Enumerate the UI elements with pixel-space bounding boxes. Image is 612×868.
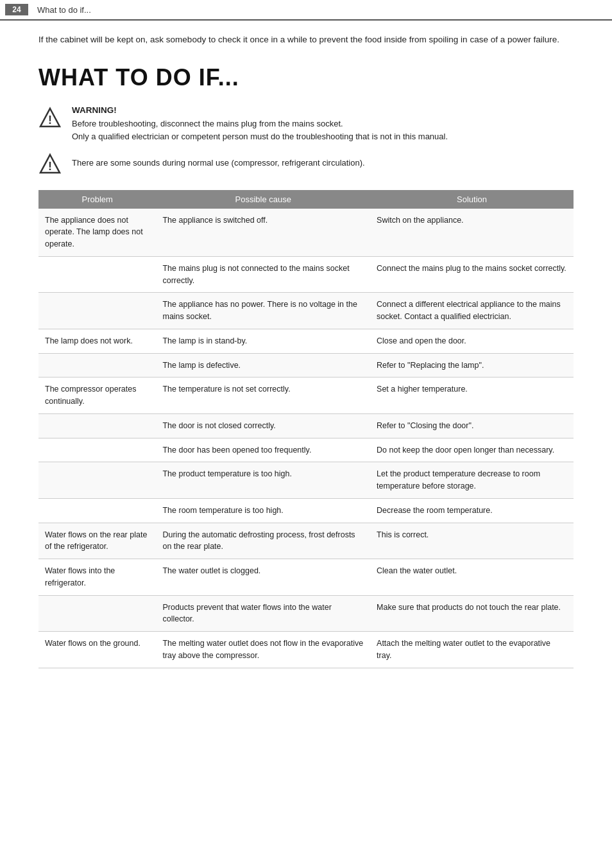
table-row: The door is not closed correctly.Refer t… xyxy=(38,413,574,438)
cell-problem: The lamp does not work. xyxy=(38,329,156,353)
page-number: 24 xyxy=(5,4,28,15)
cell-cause: The temperature is not set correctly. xyxy=(156,378,370,414)
cell-cause: The room temperature is too high. xyxy=(156,498,370,523)
cell-problem: The compressor operates continually. xyxy=(38,378,156,414)
col-header-problem: Problem xyxy=(38,190,156,209)
cell-solution: Close and open the door. xyxy=(370,329,574,353)
cell-solution: Make sure that products do not touch the… xyxy=(370,595,574,632)
table-row: Water flows on the ground.The melting wa… xyxy=(38,632,574,668)
cell-cause: During the automatic defrosting process,… xyxy=(156,523,370,559)
note-block: ! There are some sounds during normal us… xyxy=(38,153,574,176)
cell-problem xyxy=(38,413,156,438)
table-row: The lamp does not work.The lamp is in st… xyxy=(38,329,574,353)
cell-problem xyxy=(38,438,156,462)
cell-solution: Decrease the room temperature. xyxy=(370,498,574,523)
cell-cause: The water outlet is clogged. xyxy=(156,559,370,596)
cell-cause: The mains plug is not connected to the m… xyxy=(156,256,370,293)
section-heading: WHAT TO DO IF... xyxy=(38,64,574,91)
table-row: The compressor operates continually.The … xyxy=(38,378,574,414)
cell-cause: The appliance is switched off. xyxy=(156,209,370,257)
warning-block: ! WARNING! Before troubleshooting, disco… xyxy=(38,105,574,143)
col-header-solution: Solution xyxy=(370,190,574,209)
warning-content: WARNING! Before troubleshooting, disconn… xyxy=(72,105,448,143)
table-row: Products prevent that water flows into t… xyxy=(38,595,574,632)
cell-cause: The appliance has no power. There is no … xyxy=(156,293,370,329)
cell-cause: The product temperature is too high. xyxy=(156,462,370,499)
table-header-row: Problem Possible cause Solution xyxy=(38,190,574,209)
cell-problem xyxy=(38,353,156,378)
table-row: The mains plug is not connected to the m… xyxy=(38,256,574,293)
warning-icon: ! xyxy=(38,107,62,130)
table-row: Water flows into the refrigerator.The wa… xyxy=(38,559,574,596)
cell-problem xyxy=(38,256,156,293)
cell-solution: This is correct. xyxy=(370,523,574,559)
cell-problem: Water flows on the rear plate of the ref… xyxy=(38,523,156,559)
table-row: The door has been opened too frequently.… xyxy=(38,438,574,462)
warning-title: WARNING! xyxy=(72,105,448,115)
cell-cause: The lamp is defective. xyxy=(156,353,370,378)
intro-text: If the cabinet will be kept on, ask some… xyxy=(38,33,574,46)
table-row: The appliance does not operate. The lamp… xyxy=(38,209,574,257)
cell-cause: The melting water outlet does not flow i… xyxy=(156,632,370,668)
note-icon: ! xyxy=(38,153,62,176)
cell-solution: Connect the mains plug to the mains sock… xyxy=(370,256,574,293)
table-row: Water flows on the rear plate of the ref… xyxy=(38,523,574,559)
svg-text:!: ! xyxy=(48,160,52,173)
cell-solution: Set a higher temperature. xyxy=(370,378,574,414)
warning-line-2: Only a qualified electrician or competen… xyxy=(72,130,448,143)
warning-line-1: Before troubleshooting, disconnect the m… xyxy=(72,117,448,130)
col-header-cause: Possible cause xyxy=(156,190,370,209)
cell-cause: The lamp is in stand-by. xyxy=(156,329,370,353)
page: 24 What to do if... If the cabinet will … xyxy=(0,0,612,868)
content: If the cabinet will be kept on, ask some… xyxy=(0,21,612,688)
cell-solution: Switch on the appliance. xyxy=(370,209,574,257)
cell-solution: Do not keep the door open longer than ne… xyxy=(370,438,574,462)
cell-problem xyxy=(38,293,156,329)
cell-solution: Attach the melting water outlet to the e… xyxy=(370,632,574,668)
header-bar: 24 What to do if... xyxy=(0,0,612,21)
cell-cause: The door has been opened too frequently. xyxy=(156,438,370,462)
table-row: The room temperature is too high.Decreas… xyxy=(38,498,574,523)
troubleshoot-table: Problem Possible cause Solution The appl… xyxy=(38,190,574,668)
svg-text:!: ! xyxy=(48,114,52,126)
cell-problem xyxy=(38,498,156,523)
cell-cause: Products prevent that water flows into t… xyxy=(156,595,370,632)
cell-solution: Refer to "Closing the door". xyxy=(370,413,574,438)
table-row: The appliance has no power. There is no … xyxy=(38,293,574,329)
cell-problem: Water flows on the ground. xyxy=(38,632,156,668)
cell-problem xyxy=(38,595,156,632)
table-row: The lamp is defective.Refer to "Replacin… xyxy=(38,353,574,378)
cell-solution: Refer to "Replacing the lamp". xyxy=(370,353,574,378)
table-row: The product temperature is too high.Let … xyxy=(38,462,574,499)
cell-solution: Clean the water outlet. xyxy=(370,559,574,596)
note-text: There are some sounds during normal use … xyxy=(72,157,365,169)
cell-problem xyxy=(38,462,156,499)
cell-problem: The appliance does not operate. The lamp… xyxy=(38,209,156,257)
cell-solution: Let the product temperature decrease to … xyxy=(370,462,574,499)
header-title: What to do if... xyxy=(37,5,91,15)
cell-cause: The door is not closed correctly. xyxy=(156,413,370,438)
cell-problem: Water flows into the refrigerator. xyxy=(38,559,156,596)
cell-solution: Connect a different electrical appliance… xyxy=(370,293,574,329)
